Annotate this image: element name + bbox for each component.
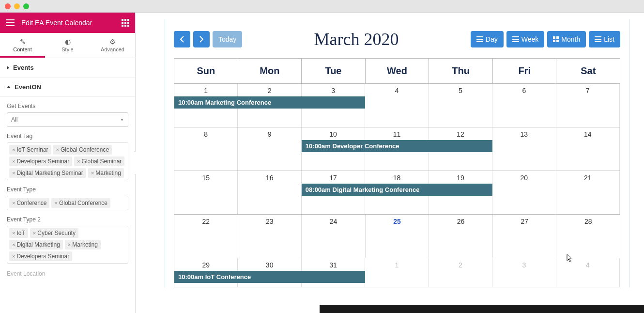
calendar-date: 23 [238, 215, 302, 225]
event-type2-box[interactable]: IoTCyber SecurityDigital MarketingMarket… [7, 226, 128, 264]
svg-rect-7 [556, 36, 559, 39]
list-view-label: List [604, 35, 614, 43]
calendar-event[interactable]: 08:00am Digital Marketing Conference [302, 184, 492, 196]
calendar-date: 1 [365, 258, 428, 269]
window-close-button[interactable] [5, 3, 11, 9]
get-events-select[interactable]: All [7, 112, 128, 127]
calendar-cell[interactable]: 5 [429, 84, 492, 127]
calendar-cell[interactable]: 16 [238, 171, 301, 214]
apps-icon[interactable] [122, 19, 129, 27]
calendar-cell[interactable]: 2 [429, 258, 492, 287]
tab-style[interactable]: ◐ Style [45, 33, 90, 58]
calendar-cell[interactable]: 14 [556, 127, 620, 171]
calendar-cell[interactable]: 26 [429, 215, 493, 258]
calendar-date: 2 [238, 84, 301, 94]
next-button[interactable] [193, 31, 210, 47]
calendar-cell[interactable]: 8 [174, 127, 238, 171]
svg-rect-0 [476, 36, 483, 37]
calendar-cell[interactable]: 21 [556, 171, 620, 214]
calendar-date: 1 [174, 84, 237, 94]
calendar-cell[interactable]: 6 [492, 84, 556, 127]
tab-advanced[interactable]: ⚙ Advanced [90, 33, 135, 58]
month-view-button[interactable]: Month [547, 31, 586, 47]
tag-item[interactable]: Marketing [88, 168, 124, 178]
section-events[interactable]: Events [0, 58, 135, 78]
menu-icon[interactable] [6, 19, 15, 26]
pencil-icon: ✎ [0, 38, 45, 46]
gear-icon: ⚙ [90, 38, 135, 46]
calendar-cell[interactable]: 25 [366, 215, 429, 258]
day-view-label: Day [486, 35, 498, 43]
tag-item[interactable]: Global Conference [53, 145, 112, 155]
section-eventon[interactable]: EventON [0, 78, 135, 97]
calendar-cell[interactable]: 4 [556, 258, 620, 287]
calendar-date: 4 [365, 84, 428, 94]
calendar-cell[interactable]: 4 [365, 84, 429, 127]
calendar-title: March 2020 [314, 29, 399, 49]
list-icon [595, 36, 601, 42]
calendar-date: 30 [238, 258, 301, 269]
tag-item[interactable]: Global Conference [51, 198, 110, 208]
calendar-header-row: SunMonTueWedThuFriSat [174, 59, 620, 83]
day-header: Thu [429, 59, 493, 83]
today-button[interactable]: Today [213, 31, 242, 47]
calendar-event[interactable]: 10:00am IoT Conference [174, 271, 365, 283]
calendar-date: 12 [429, 127, 492, 138]
prev-button[interactable] [174, 31, 190, 47]
calendar-date: 24 [302, 215, 365, 225]
tab-content[interactable]: ✎ Content [0, 33, 45, 58]
month-view-label: Month [561, 35, 580, 43]
calendar-date: 14 [556, 127, 619, 138]
calendar-cell[interactable]: 13 [492, 127, 556, 171]
calendar-date: 7 [556, 84, 619, 94]
tag-item[interactable]: Digital Marketing Seminar [9, 168, 86, 178]
calendar-event[interactable]: 10:00am Marketing Conference [174, 96, 365, 109]
tag-item[interactable]: Global Seminar [74, 156, 124, 166]
tag-item[interactable]: Cyber Security [30, 228, 78, 238]
calendar-cell[interactable]: 15 [174, 171, 238, 214]
calendar-cell[interactable]: 27 [493, 215, 557, 258]
tag-item[interactable]: IoT [9, 228, 28, 238]
calendar-date: 31 [302, 258, 365, 269]
calendar-cell[interactable]: 7 [556, 84, 620, 127]
calendar-date: 15 [174, 171, 237, 182]
tab-content-label: Content [13, 47, 32, 52]
tag-item[interactable]: Marketing [65, 240, 101, 250]
event-tag-box[interactable]: IoT SeminarGlobal ConferenceDevelopers S… [7, 142, 128, 180]
calendar-date: 22 [174, 215, 238, 225]
tag-item[interactable]: Digital Marketing [9, 240, 63, 250]
editor-sidebar: Edit EA Event Calendar ✎ Content ◐ Style… [0, 13, 136, 313]
tag-item[interactable]: Developers Seminar [9, 251, 72, 261]
tab-style-label: Style [61, 47, 73, 52]
svg-rect-4 [512, 39, 519, 40]
sidebar-tabs: ✎ Content ◐ Style ⚙ Advanced [0, 33, 135, 58]
eventon-controls: Get Events All Event Tag IoT SeminarGlob… [0, 97, 135, 282]
list-view-button[interactable]: List [589, 31, 620, 47]
calendar-cell[interactable]: 24 [302, 215, 366, 258]
calendar-date: 29 [174, 258, 237, 269]
event-tag-label: Event Tag [7, 133, 128, 140]
calendar-date: 28 [556, 215, 620, 225]
week-view-button[interactable]: Week [506, 31, 545, 47]
tab-advanced-label: Advanced [101, 47, 124, 52]
calendar-cell[interactable]: 1 [365, 258, 429, 287]
chevron-left-icon [180, 36, 184, 43]
calendar-cell[interactable]: 28 [556, 215, 620, 258]
day-view-button[interactable]: Day [471, 31, 504, 47]
tag-item[interactable]: Developers Seminar [9, 156, 72, 166]
calendar-cell[interactable]: 3 [492, 258, 556, 287]
calendar-cell[interactable]: 23 [238, 215, 302, 258]
calendar-event[interactable]: 10:00am Developer Conference [302, 140, 492, 152]
window-maximize-button[interactable] [23, 3, 29, 9]
window-minimize-button[interactable] [14, 3, 20, 9]
event-type-box[interactable]: ConferenceGlobal Conference [7, 196, 128, 210]
svg-rect-12 [595, 41, 601, 42]
calendar-cell[interactable]: 9 [238, 127, 301, 171]
calendar-cell[interactable]: 20 [492, 171, 556, 214]
calendar-cell[interactable]: 22 [174, 215, 238, 258]
list-icon [512, 36, 519, 42]
grid-icon [553, 36, 559, 42]
tag-item[interactable]: IoT Seminar [9, 145, 51, 155]
day-header: Tue [302, 59, 366, 83]
tag-item[interactable]: Conference [9, 198, 49, 208]
